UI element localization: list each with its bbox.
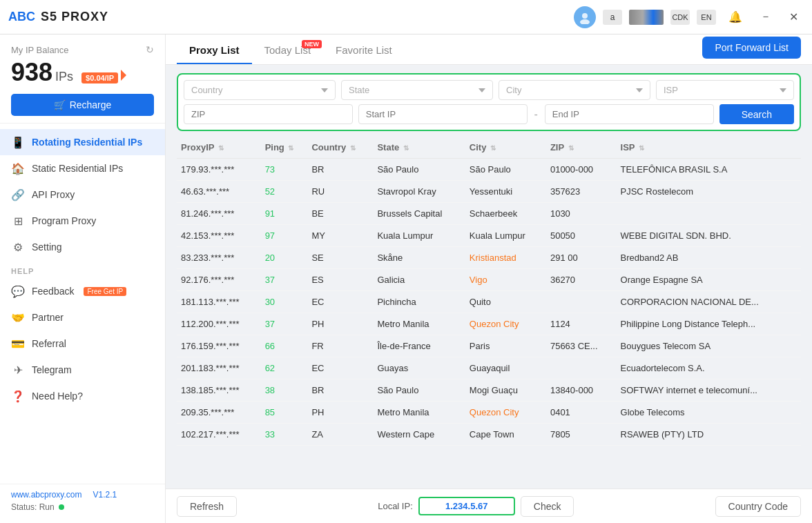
cell-proxyip: 112.200.***.*** [177, 313, 261, 335]
table-row[interactable]: 138.185.***.*** 38 BR São Paulo Mogi Gua… [177, 379, 801, 402]
sidebar-item-api[interactable]: 🔗 API Proxy [0, 181, 165, 208]
cell-isp: Ecuadortelecom S.A. [617, 357, 801, 379]
tab-today-list[interactable]: Today List NEW [252, 34, 324, 64]
col-city: City ⇅ [465, 137, 546, 159]
table-row[interactable]: 179.93.***.*** 73 BR São Paulo São Paulo… [177, 159, 801, 181]
table-row[interactable]: 112.200.***.*** 37 PH Metro Manila Quezo… [177, 313, 801, 335]
table-row[interactable]: 201.183.***.*** 62 EC Guayas Guayaquil E… [177, 357, 801, 379]
cell-ping: 97 [261, 225, 308, 247]
price-badge: $0.04/IP [81, 72, 118, 83]
sidebar-item-referral[interactable]: 💳 Referral [0, 330, 165, 357]
cell-ping: 37 [261, 313, 308, 335]
bottom-bar: Refresh Local IP: 1.234.5.67 Check Count… [166, 489, 812, 523]
table-row[interactable]: 81.246.***.*** 91 BE Brussels Capital Sc… [177, 203, 801, 225]
cdk-icon[interactable]: CDK [670, 10, 690, 25]
close-button[interactable]: ✕ [784, 9, 804, 25]
needhelp-icon: ❓ [11, 389, 25, 403]
partner-icon: 🤝 [11, 310, 25, 324]
state-select[interactable]: State [341, 80, 493, 100]
cell-city: Kristianstad [465, 247, 546, 269]
sidebar-item-partner[interactable]: 🤝 Partner [0, 304, 165, 330]
bell-icon[interactable]: 🔔 [723, 8, 748, 26]
logo-abc: ABC [8, 10, 35, 24]
website-link[interactable]: www.abcproxy.com [11, 490, 81, 500]
app-title: S5 PROXY [41, 10, 108, 24]
balance-amount: 938 [11, 58, 52, 87]
cell-proxyip: 201.183.***.*** [177, 357, 261, 379]
a-icon[interactable]: a [603, 10, 622, 25]
cell-ping: 62 [261, 357, 308, 379]
cell-city: Quezon City [465, 402, 546, 424]
filter-row-1: Country State City ISP [184, 80, 794, 100]
balance-label: My IP Balance ↻ [11, 44, 154, 55]
cell-zip: 01000-000 [546, 159, 617, 181]
start-ip-input[interactable] [358, 104, 528, 124]
country-code-button[interactable]: Country Code [715, 496, 801, 517]
refresh-balance-icon[interactable]: ↻ [146, 44, 154, 55]
cell-zip: 357623 [546, 181, 617, 203]
cell-country: BR [307, 159, 373, 181]
minimize-button[interactable]: － [755, 8, 777, 26]
table-row[interactable]: 42.153.***.*** 97 MY Kuala Lumpur Kuala … [177, 225, 801, 247]
cell-ping: 37 [261, 269, 308, 291]
search-button[interactable]: Search [719, 104, 794, 124]
cell-zip: 50050 [546, 225, 617, 247]
lang-icon[interactable]: EN [697, 10, 716, 25]
zip-input[interactable] [184, 104, 353, 124]
cell-state: Pichincha [373, 291, 465, 313]
table-row[interactable]: 83.233.***.*** 20 SE Skåne Kristianstad … [177, 247, 801, 269]
sidebar-item-feedback[interactable]: 💬 Feedback Free Get IP [0, 278, 165, 304]
isp-select[interactable]: ISP [656, 80, 794, 100]
cell-city: Quezon City [465, 313, 546, 335]
content-area: Proxy List Today List NEW Favorite List … [166, 34, 812, 523]
cell-city: Vigo [465, 269, 546, 291]
cell-zip [546, 357, 617, 379]
cell-state: Western Cape [373, 424, 465, 446]
tab-proxy-list[interactable]: Proxy List [177, 34, 252, 64]
cell-state: São Paulo [373, 159, 465, 181]
country-select[interactable]: Country [184, 80, 336, 100]
check-button[interactable]: Check [521, 496, 574, 517]
cell-city: Schaerbeek [465, 203, 546, 225]
local-ip-value: 1.234.5.67 [418, 497, 515, 515]
cell-proxyip: 179.93.***.*** [177, 159, 261, 181]
table-row[interactable]: 181.113.***.*** 30 EC Pichincha Quito CO… [177, 291, 801, 313]
table-row[interactable]: 46.63.***.*** 52 RU Stavropol Kray Yesse… [177, 181, 801, 203]
cell-ping: 38 [261, 379, 308, 402]
tab-favorite-list[interactable]: Favorite List [323, 34, 405, 64]
referral-icon: 💳 [11, 337, 25, 351]
cell-country: SE [307, 247, 373, 269]
balance-unit: IPs [55, 70, 73, 84]
table-row[interactable]: 209.35.***.*** 85 PH Metro Manila Quezon… [177, 402, 801, 424]
titlebar-right: a CDK EN 🔔 － ✕ [574, 6, 804, 28]
sidebar-item-telegram[interactable]: ✈ Telegram [0, 357, 165, 383]
table-row[interactable]: 92.176.***.*** 37 ES Galicia Vigo 36270 … [177, 269, 801, 291]
free-badge: Free Get IP [84, 287, 126, 296]
price-arrow-icon [121, 70, 126, 81]
city-select[interactable]: City [499, 80, 650, 100]
sidebar-item-rotating[interactable]: 📱 Rotating Residential IPs [0, 129, 165, 155]
table-row[interactable]: 176.159.***.*** 66 FR Île-de-France Pari… [177, 335, 801, 357]
cell-isp: CORPORACION NACIONAL DE... [617, 291, 801, 313]
sidebar-item-program[interactable]: ⊞ Program Proxy [0, 208, 165, 234]
cell-state: Kuala Lumpur [373, 225, 465, 247]
cell-isp: TELEFÔNICA BRASIL S.A [617, 159, 801, 181]
col-state: State ⇅ [373, 137, 465, 159]
cell-zip [546, 291, 617, 313]
version-link[interactable]: V1.2.1 [93, 490, 117, 500]
sidebar-item-setting[interactable]: ⚙ Setting [0, 234, 165, 260]
static-icon: 🏠 [11, 161, 25, 175]
table-row[interactable]: 102.217.***.*** 33 ZA Western Cape Cape … [177, 424, 801, 446]
cell-country: EC [307, 357, 373, 379]
refresh-button[interactable]: Refresh [177, 496, 237, 517]
cell-proxyip: 209.35.***.*** [177, 402, 261, 424]
cell-zip: 36270 [546, 269, 617, 291]
table-header: ProxyIP ⇅ Ping ⇅ Country ⇅ State ⇅ City … [177, 137, 801, 159]
sidebar-item-static[interactable]: 🏠 Static Residential IPs [0, 155, 165, 181]
cell-isp [617, 203, 801, 225]
cell-city: Paris [465, 335, 546, 357]
sidebar-item-needhelp[interactable]: ❓ Need Help? [0, 383, 165, 409]
end-ip-input[interactable] [545, 104, 714, 124]
port-forward-button[interactable]: Port Forward List [702, 37, 801, 59]
recharge-button[interactable]: 🛒 Recharge [11, 94, 154, 116]
